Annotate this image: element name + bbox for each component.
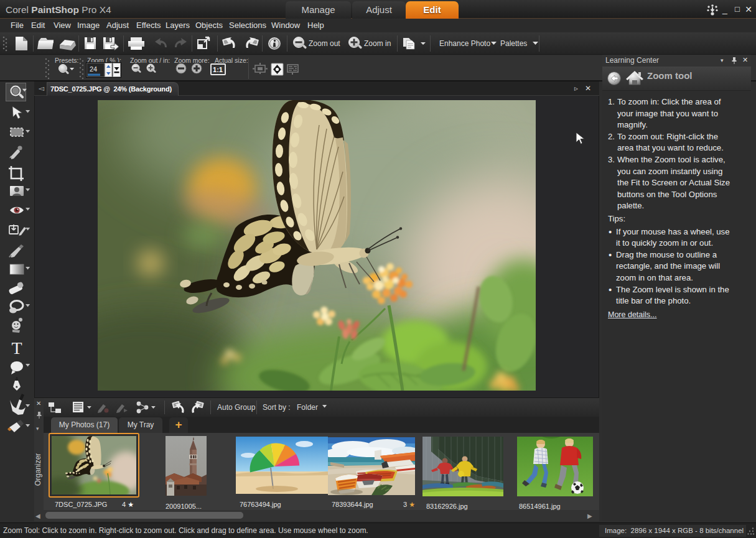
svg-text:T: T	[11, 338, 22, 358]
svg-text:24: 24	[90, 65, 97, 73]
svg-text:1:1: 1:1	[213, 66, 223, 73]
